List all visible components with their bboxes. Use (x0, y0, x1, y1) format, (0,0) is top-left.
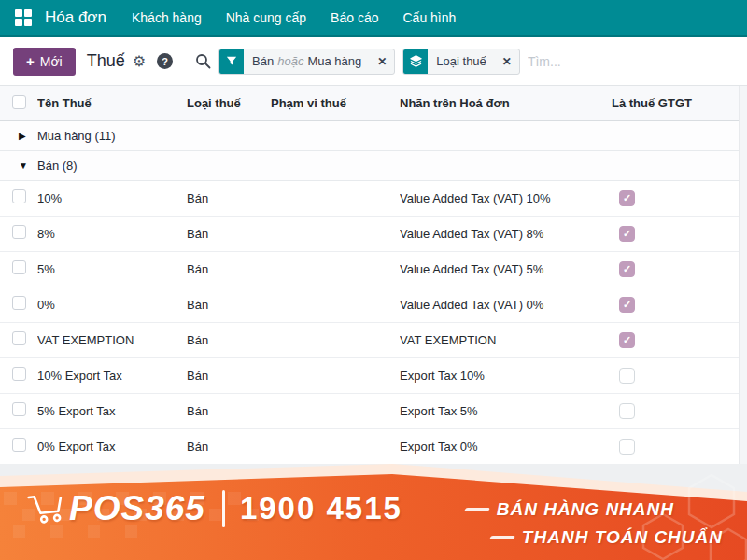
nav-item-nha-cung-cap[interactable]: Nhà cung cấp (214, 0, 318, 36)
invoice-label-cell: VAT EXEMPTION (400, 333, 612, 347)
tax-type-cell: Bán (187, 227, 271, 241)
vat-checkbox[interactable] (619, 368, 635, 384)
tax-name-cell: 5% (37, 262, 187, 276)
row-checkbox[interactable] (12, 438, 26, 452)
tax-type-cell: Bán (187, 440, 271, 454)
top-navbar: Hóa đơn Khách hàng Nhà cung cấp Báo cáo … (0, 0, 747, 37)
invoice-label-cell: Value Added Tax (VAT) 5% (400, 262, 612, 276)
table-row[interactable]: 0% Export TaxBánExport Tax 0% (0, 429, 747, 465)
table-row[interactable]: 5%BánValue Added Tax (VAT) 5% (0, 252, 747, 287)
tax-type-cell: Bán (187, 333, 271, 347)
control-panel: + Mới Thuế ⚙ ? Bán hoặc Mua hàng ✕ (0, 37, 747, 86)
cart-icon (24, 486, 69, 531)
nav-item-cau-hinh[interactable]: Cấu hình (390, 0, 468, 36)
search-icon (195, 53, 211, 69)
column-header-ten-thue[interactable]: Tên Thuế (37, 96, 187, 110)
layers-icon (403, 49, 428, 74)
slogan-line-1: BÁN HÀNG NHANH (497, 499, 674, 519)
footer-brand-line: POS365 1900 4515 (26, 488, 402, 529)
invoice-label-cell: Value Added Tax (VAT) 10% (400, 191, 612, 205)
tax-name-cell: VAT EXEMPTION (37, 333, 187, 347)
vat-checkbox[interactable] (619, 403, 635, 419)
plus-icon: + (26, 54, 35, 68)
tax-type-cell: Bán (187, 298, 271, 312)
tax-type-cell: Bán (187, 369, 271, 383)
column-header-loai-thue[interactable]: Loại thuế (187, 96, 271, 110)
remove-groupby-icon[interactable]: ✕ (495, 49, 519, 74)
invoice-label-cell: Value Added Tax (VAT) 0% (400, 298, 612, 312)
vat-checkbox[interactable] (619, 439, 635, 455)
invoice-label-cell: Value Added Tax (VAT) 8% (400, 227, 612, 241)
table-row[interactable]: 0%BánValue Added Tax (VAT) 0% (0, 287, 747, 323)
tax-type-cell: Bán (187, 191, 271, 205)
table-row[interactable]: 5% Export TaxBánExport Tax 5% (0, 394, 747, 429)
nav-item-bao-cao[interactable]: Báo cáo (318, 0, 390, 36)
footer-logo-text: POS365 (69, 489, 205, 528)
vat-checkbox[interactable] (619, 297, 635, 313)
new-button[interactable]: + Mới (13, 48, 76, 76)
table-row[interactable]: 10%BánValue Added Tax (VAT) 10% (0, 181, 747, 217)
gear-icon[interactable]: ⚙ (133, 52, 146, 70)
invoice-label-cell: Export Tax 10% (400, 369, 612, 383)
page-title: Thuế (87, 51, 125, 71)
filter-facet[interactable]: Bán hoặc Mua hàng ✕ (218, 49, 395, 75)
tax-name-cell: 0% (37, 298, 187, 312)
invoice-label-cell: Export Tax 0% (400, 440, 612, 454)
facet-value: Bán (252, 54, 274, 68)
remove-filter-icon[interactable]: ✕ (370, 49, 394, 74)
footer-slogan: BÁN HÀNG NHANH THANH TOÁN CHUẨN (465, 496, 723, 551)
vat-checkbox[interactable] (619, 190, 635, 206)
column-header-nhan-hoa-don[interactable]: Nhãn trên Hoá đơn (400, 96, 612, 110)
row-checkbox[interactable] (12, 402, 26, 416)
tax-name-cell: 8% (37, 227, 187, 241)
help-icon[interactable]: ? (157, 53, 173, 69)
app-brand[interactable]: Hóa đơn (41, 8, 120, 27)
column-header-pham-vi-thue[interactable]: Phạm vi thuế (271, 96, 400, 110)
row-checkbox[interactable] (12, 296, 26, 310)
group-row-ban[interactable]: ▼ Bán (8) (0, 151, 747, 181)
table-row[interactable]: VAT EXEMPTIONBánVAT EXEMPTION (0, 323, 747, 358)
scrollbar-track[interactable] (739, 86, 747, 465)
search-input[interactable] (528, 54, 734, 69)
nav-item-khach-hang[interactable]: Khách hàng (120, 0, 214, 36)
groupby-facet[interactable]: Loại thuế ✕ (402, 49, 520, 75)
footer-banner: POS365 1900 4515 BÁN HÀNG NHANH THANH TO… (0, 464, 747, 560)
speed-dash-icon (489, 536, 515, 539)
column-header-la-thue-gtgt[interactable]: Là thuế GTGT (612, 96, 747, 110)
apps-grid-icon[interactable] (15, 9, 32, 26)
vat-checkbox[interactable] (619, 261, 635, 277)
row-checkbox[interactable] (12, 367, 26, 381)
invoice-label-cell: Export Tax 5% (400, 404, 612, 418)
speed-dash-icon (464, 508, 490, 511)
search-bar: Bán hoặc Mua hàng ✕ Loại thuế ✕ (195, 49, 734, 75)
caret-down-icon: ▼ (19, 161, 30, 171)
facet-value: Loại thuế (436, 54, 486, 68)
row-checkbox[interactable] (12, 331, 26, 345)
table-header: Tên Thuế Loại thuế Phạm vi thuế Nhãn trê… (0, 86, 747, 121)
footer-phone: 1900 4515 (240, 491, 402, 526)
tax-name-cell: 10% (37, 191, 187, 205)
tax-name-cell: 10% Export Tax (37, 369, 187, 383)
footer-divider (222, 490, 225, 527)
tax-type-cell: Bán (187, 404, 271, 418)
slogan-line-2: THANH TOÁN CHUẨN (522, 527, 723, 547)
row-checkbox[interactable] (12, 260, 26, 274)
filter-icon (219, 49, 244, 74)
row-checkbox[interactable] (12, 189, 26, 203)
caret-right-icon: ▶ (19, 131, 30, 141)
tax-name-cell: 5% Export Tax (37, 404, 187, 418)
facet-value: Mua hàng (307, 54, 361, 68)
table-row[interactable]: 8%BánValue Added Tax (VAT) 8% (0, 217, 747, 252)
select-all-checkbox[interactable] (12, 95, 26, 109)
vat-checkbox[interactable] (619, 332, 635, 348)
new-button-label: Mới (40, 54, 63, 69)
group-label: Mua hàng (11) (37, 129, 116, 143)
row-checkbox[interactable] (12, 225, 26, 239)
tax-name-cell: 0% Export Tax (37, 440, 187, 454)
table-row[interactable]: 10% Export TaxBánExport Tax 10% (0, 358, 747, 394)
tax-type-cell: Bán (187, 262, 271, 276)
group-label: Bán (8) (37, 159, 78, 173)
vat-checkbox[interactable] (619, 226, 635, 242)
group-row-mua-hang[interactable]: ▶ Mua hàng (11) (0, 121, 747, 151)
facet-connector: hoặc (277, 54, 303, 68)
